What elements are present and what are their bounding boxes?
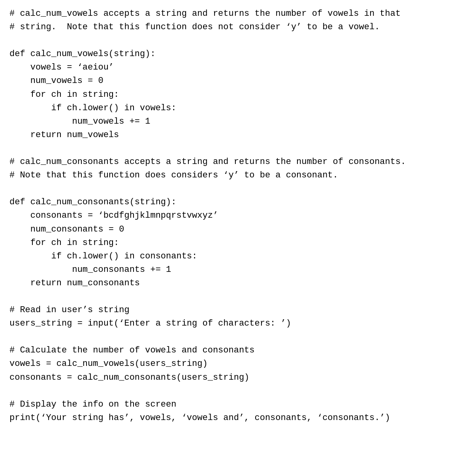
code-line: # string. Note that this function does n…: [9, 21, 467, 34]
code-line: # Display the info on the screen: [9, 398, 467, 411]
code-line: [9, 290, 467, 303]
code-line: def calc_num_vowels(string):: [9, 47, 467, 61]
code-line: users_string = input(‘Enter a string of …: [9, 317, 467, 330]
code-line: # Read in user’s string: [9, 303, 467, 317]
code-line: num_consonants += 1: [9, 263, 467, 277]
code-line: # Calculate the number of vowels and con…: [9, 344, 467, 357]
code-line: consonants = calc_num_consonants(users_s…: [9, 371, 467, 384]
code-line: [9, 142, 467, 155]
code-line: [9, 34, 467, 47]
code-line: if ch.lower() in vowels:: [9, 102, 467, 115]
code-line: consonants = ‘bcdfghjklmnpqrstvwxyz’: [9, 209, 467, 222]
code-line: return num_consonants: [9, 277, 467, 290]
code-line: vowels = ‘aeiou’: [9, 61, 467, 74]
code-line: return num_vowels: [9, 128, 467, 142]
code-line: print(‘Your string has’, vowels, ‘vowels…: [9, 411, 467, 425]
code-line: vowels = calc_num_vowels(users_string): [9, 357, 467, 371]
code-line: for ch in string:: [9, 236, 467, 250]
code-line: for ch in string:: [9, 88, 467, 102]
code-line: [9, 330, 467, 344]
code-line: num_vowels = 0: [9, 74, 467, 88]
code-container: # calc_num_vowels accepts a string and r…: [9, 7, 467, 425]
code-line: if ch.lower() in consonants:: [9, 250, 467, 263]
code-line: num_vowels += 1: [9, 115, 467, 128]
code-line: [9, 384, 467, 398]
code-line: [9, 182, 467, 196]
code-line: num_consonants = 0: [9, 223, 467, 236]
code-line: # calc_num_vowels accepts a string and r…: [9, 7, 467, 21]
code-line: def calc_num_consonants(string):: [9, 196, 467, 209]
code-line: # Note that this function does considers…: [9, 169, 467, 182]
code-line: # calc_num_consonants accepts a string a…: [9, 155, 467, 169]
